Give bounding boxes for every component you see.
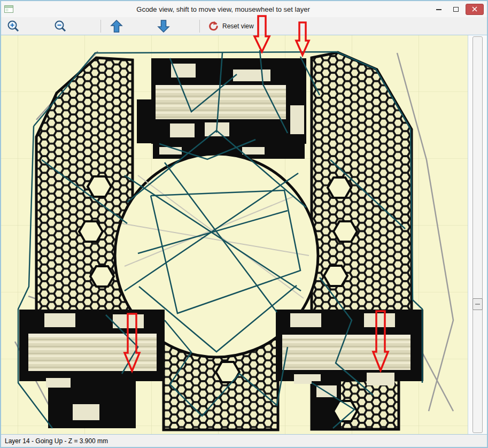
- zoom-in-icon: [6, 19, 20, 33]
- close-icon: [472, 6, 477, 12]
- title-bar[interactable]: Gcode view, shift to move view, mousewhe…: [1, 1, 487, 17]
- zoom-out-icon: [53, 19, 67, 33]
- arrow-up-icon: [110, 19, 123, 33]
- minimize-button[interactable]: [431, 4, 446, 14]
- layer-up-button[interactable]: [110, 19, 123, 34]
- bottom-right-block: [276, 310, 423, 381]
- gcode-canvas[interactable]: [1, 35, 468, 434]
- layer-down-button[interactable]: [157, 19, 170, 34]
- window-title: Gcode view, shift to move view, mousewhe…: [15, 5, 431, 13]
- close-button[interactable]: [466, 4, 484, 15]
- gcode-viewer-window: Gcode view, shift to move view, mousewhe…: [0, 0, 488, 448]
- toolbar: Reset view: [1, 17, 487, 35]
- minimize-icon: [436, 9, 441, 10]
- zoom-out-button[interactable]: [53, 19, 67, 34]
- toolbar-separator-2: [199, 20, 200, 33]
- zoom-in-button[interactable]: [6, 19, 20, 34]
- scrollbar-thumb[interactable]: [472, 298, 483, 310]
- layer-scrollbar[interactable]: [468, 35, 487, 434]
- reset-view-icon: [207, 20, 219, 32]
- arrow-down-icon: [157, 19, 170, 33]
- maximize-button[interactable]: [448, 4, 463, 14]
- main-area: [1, 35, 487, 434]
- maximize-icon: [453, 7, 459, 12]
- status-bar: Layer 14 - Going Up - Z = 3.900 mm: [1, 434, 487, 447]
- reset-view-button[interactable]: Reset view: [207, 19, 254, 34]
- status-text: Layer 14 - Going Up - Z = 3.900 mm: [5, 437, 108, 445]
- window-controls: [431, 4, 484, 15]
- scrollbar-track[interactable]: [472, 36, 483, 433]
- bottom-left-block: [19, 310, 165, 381]
- reset-view-label: Reset view: [222, 22, 254, 30]
- toolbar-separator: [100, 20, 101, 33]
- app-icon: [4, 5, 15, 13]
